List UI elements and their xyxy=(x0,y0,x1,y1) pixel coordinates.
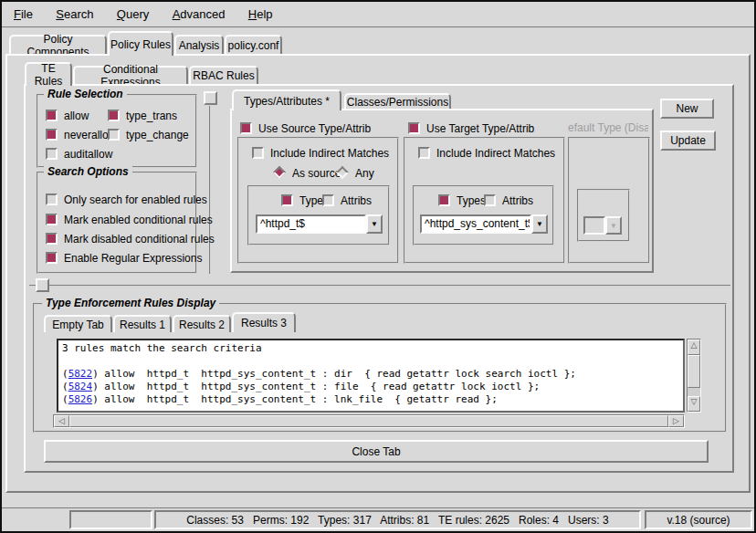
checkbox-target-indirect-label: Include Indirect Matches xyxy=(436,147,555,160)
apol-window: File Search Query Advanced Help Policy C… xyxy=(0,0,756,533)
menu-advanced[interactable]: Advanced xyxy=(164,2,234,26)
rule-line: (5822) allow httpd_t httpd_sys_content_t… xyxy=(62,368,683,381)
checkbox-regex-label: Enable Regular Expressions xyxy=(64,252,202,265)
radio-as-source-label: As source xyxy=(292,167,341,180)
checkbox-source-indirect[interactable] xyxy=(252,147,264,159)
target-type-combobox: ^httpd_sys_content_t$ ▼ xyxy=(420,214,548,234)
default-type-label: efault Type (Disa xyxy=(568,121,648,134)
te-rules-display-title: Type Enforcement Rules Display xyxy=(42,297,219,309)
status-stats-box: Classes: 53 Perms: 192 Types: 317 Attrib… xyxy=(154,510,641,529)
radio-any-label: Any xyxy=(355,167,374,180)
statusbar-divider xyxy=(2,507,754,509)
scroll-right-icon[interactable]: ▷ xyxy=(668,415,684,427)
target-type-combobox-entry[interactable]: ^httpd_sys_content_t$ xyxy=(420,214,531,234)
tab-results-2[interactable]: Results 2 xyxy=(173,315,231,332)
checkbox-auditallow-label: auditallow xyxy=(64,148,112,161)
menu-bar: File Search Query Advanced Help xyxy=(2,2,754,28)
source-type-combobox-dropdown-icon[interactable]: ▼ xyxy=(366,214,383,234)
target-type-combobox-dropdown-icon[interactable]: ▼ xyxy=(531,214,548,234)
results-horizontal-scrollbar[interactable]: ◁ ▷ xyxy=(53,414,685,428)
checkbox-target-types[interactable] xyxy=(438,194,450,206)
tab-policy-conf[interactable]: policy.conf xyxy=(225,35,282,54)
checkbox-type-change[interactable] xyxy=(108,129,120,141)
checkbox-use-target[interactable] xyxy=(408,122,420,134)
default-type-combobox-dropdown-icon: ▼ xyxy=(605,216,622,235)
checkbox-source-attribs-label: Attribs xyxy=(341,194,372,207)
checkbox-type-change-label: type_change xyxy=(126,129,189,141)
tab-analysis[interactable]: Analysis xyxy=(174,35,224,54)
tab-te-rules[interactable]: TE Rules xyxy=(25,62,72,86)
tab-types-attributes[interactable]: Types/Attributes * xyxy=(232,89,341,110)
scroll-left-icon[interactable]: ◁ xyxy=(54,415,69,427)
horizontal-sash-handle[interactable] xyxy=(36,278,49,292)
checkbox-enabled-only-label: Only search for enabled rules xyxy=(64,193,207,206)
checkbox-mark-enabled-label: Mark enabled conditional rules xyxy=(64,214,213,226)
rule-link-5822[interactable]: 5822 xyxy=(68,368,93,380)
tab-conditional-expressions[interactable]: Conditional Expressions xyxy=(73,66,188,84)
results-vertical-scrollbar[interactable]: △ ▽ xyxy=(687,339,701,413)
checkbox-type-trans-label: type_trans xyxy=(126,110,177,122)
checkbox-mark-disabled[interactable] xyxy=(46,233,58,245)
search-options-title: Search Options xyxy=(44,165,132,178)
checkbox-source-indirect-label: Include Indirect Matches xyxy=(270,147,389,160)
tab-policy-rules[interactable]: Policy Rules xyxy=(108,31,173,56)
default-type-combobox-entry xyxy=(583,216,605,235)
status-message-box xyxy=(69,510,152,529)
source-type-combobox: ^httpd_t$ ▼ xyxy=(256,214,383,234)
horizontal-sash-line xyxy=(29,285,730,287)
checkbox-target-types-label: Types xyxy=(457,194,486,207)
tab-empty-tab[interactable]: Empty Tab xyxy=(44,315,112,332)
horizontal-scroll-thumb[interactable] xyxy=(69,415,668,427)
checkbox-target-attribs[interactable] xyxy=(484,194,496,206)
checkbox-mark-enabled[interactable] xyxy=(46,214,58,225)
checkbox-use-target-label: Use Target Type/Attrib xyxy=(426,122,534,135)
update-button[interactable]: Update xyxy=(660,131,716,151)
source-type-combobox-entry[interactable]: ^httpd_t$ xyxy=(256,214,366,234)
checkbox-allow-label: allow xyxy=(64,110,89,122)
checkbox-allow[interactable] xyxy=(46,110,58,121)
checkbox-enabled-only[interactable] xyxy=(46,193,58,205)
tab-results-3[interactable]: Results 3 xyxy=(232,312,296,332)
checkbox-use-source[interactable] xyxy=(240,122,252,134)
checkbox-source-types[interactable] xyxy=(281,194,293,206)
checkbox-neverallow[interactable] xyxy=(46,129,58,141)
tab-classes-permissions[interactable]: Classes/Permissions xyxy=(344,93,451,109)
checkbox-use-source-label: Use Source Type/Attrib xyxy=(258,122,371,135)
results-summary: 3 rules match the search criteria xyxy=(62,342,683,355)
new-button[interactable]: New xyxy=(660,99,714,119)
vertical-sash-line xyxy=(209,106,211,274)
checkbox-type-trans[interactable] xyxy=(108,110,120,121)
menu-help[interactable]: Help xyxy=(240,2,281,26)
vertical-sash-handle[interactable] xyxy=(204,91,217,105)
results-text-area[interactable]: 3 rules match the search criteria (5822)… xyxy=(57,339,685,413)
tab-rbac-rules[interactable]: RBAC Rules xyxy=(189,66,258,84)
checkbox-regex[interactable] xyxy=(46,252,58,264)
scroll-up-icon[interactable]: △ xyxy=(688,340,700,355)
close-tab-button[interactable]: Close Tab xyxy=(44,440,709,463)
checkbox-target-attribs-label: Attribs xyxy=(502,194,533,207)
menu-file[interactable]: File xyxy=(5,2,41,26)
rule-link-5826[interactable]: 5826 xyxy=(68,393,93,405)
tab-policy-components[interactable]: Policy Components xyxy=(9,35,107,54)
checkbox-source-attribs[interactable] xyxy=(322,194,334,206)
status-version-box: v.18 (source) xyxy=(645,510,752,529)
tab-results-1[interactable]: Results 1 xyxy=(113,315,172,332)
checkbox-mark-disabled-label: Mark disabled conditional rules xyxy=(64,233,215,246)
scroll-down-icon[interactable]: ▽ xyxy=(688,396,700,412)
checkbox-target-indirect[interactable] xyxy=(418,147,430,159)
vertical-scroll-thumb[interactable] xyxy=(688,355,700,388)
rule-link-5824[interactable]: 5824 xyxy=(68,381,93,392)
checkbox-auditallow[interactable] xyxy=(46,148,58,160)
rule-line: (5826) allow httpd_t httpd_sys_content_t… xyxy=(62,393,683,406)
menu-query[interactable]: Query xyxy=(109,2,157,26)
menu-search[interactable]: Search xyxy=(47,2,101,26)
rule-selection-title: Rule Selection xyxy=(44,88,127,100)
default-type-combobox: ▼ xyxy=(583,216,622,235)
rule-line: (5824) allow httpd_t httpd_sys_content_t… xyxy=(62,381,683,393)
